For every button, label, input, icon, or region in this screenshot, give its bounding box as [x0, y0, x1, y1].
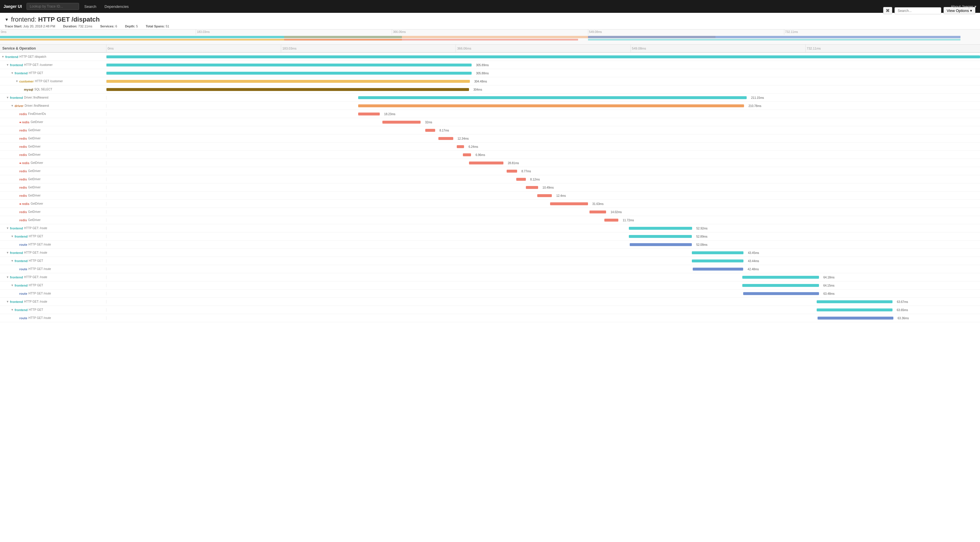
span-label[interactable]: ● redisGetDriver	[0, 121, 107, 124]
span-service-name: frontend	[10, 96, 23, 99]
span-label[interactable]: redisGetDriver	[0, 186, 107, 189]
span-row[interactable]: routeHTTP GET /route63.36ms	[0, 314, 980, 322]
span-label[interactable]: redisGetDriver	[0, 129, 107, 132]
span-service-name: route	[19, 292, 27, 296]
span-row[interactable]: ▼frontendDriver::findNearest211.15ms	[0, 94, 980, 102]
span-label[interactable]: ▼driverDriver::findNearest	[0, 104, 107, 108]
span-label[interactable]: redisGetDriver	[0, 169, 107, 173]
span-label[interactable]: redisGetDriver	[0, 210, 107, 214]
span-row[interactable]: ▼customerHTTP GET /customer304.48ms	[0, 77, 980, 86]
span-label[interactable]: routeHTTP GET /route	[0, 316, 107, 320]
span-toggle[interactable]: ▼	[6, 63, 10, 67]
span-row[interactable]: redisGetDriver8.17ms	[0, 126, 980, 134]
span-row[interactable]: ▼frontendHTTP GET: /route43.45ms	[0, 249, 980, 257]
span-label[interactable]: ▼frontendHTTP GET: /route	[0, 300, 107, 304]
span-row[interactable]: ▼frontendHTTP GET: /route52.92ms	[0, 224, 980, 232]
span-label[interactable]: redisGetDriver	[0, 153, 107, 157]
span-label[interactable]: ▼frontendDriver::findNearest	[0, 96, 107, 99]
span-toggle[interactable]: ▼	[11, 104, 14, 107]
span-row[interactable]: routeHTTP GET /route42.48ms	[0, 265, 980, 273]
nav-search-link[interactable]: Search	[81, 3, 99, 10]
span-label[interactable]: routeHTTP GET /route	[0, 292, 107, 296]
span-row[interactable]: mysqlSQL SELECT304ms	[0, 86, 980, 94]
span-row[interactable]: redisGetDriver10.49ms	[0, 183, 980, 192]
span-toggle[interactable]: ▼	[11, 235, 14, 238]
trace-lookup-input[interactable]	[27, 3, 79, 10]
span-toggle[interactable]: ▼	[11, 284, 14, 287]
span-duration-label: 6.96ms	[476, 153, 485, 156]
span-label[interactable]: routeHTTP GET /route	[0, 267, 107, 271]
span-toggle[interactable]: ▼	[11, 259, 14, 262]
span-row[interactable]: redisGetDriver6.96ms	[0, 151, 980, 159]
span-row[interactable]: ▼frontendHTTP GET /dispatch	[0, 53, 980, 61]
cmd-button[interactable]: ⌘	[883, 7, 892, 14]
span-row[interactable]: ▼frontendHTTP GET52.89ms	[0, 232, 980, 240]
span-row[interactable]: redisGetDriver8.77ms	[0, 167, 980, 175]
span-label[interactable]: ▼frontendHTTP GET	[0, 72, 107, 75]
span-label[interactable]: redisGetDriver	[0, 145, 107, 148]
span-row[interactable]: ▼frontendHTTP GET: /route64.18ms	[0, 273, 980, 281]
span-timeline-cell: 43.45ms	[107, 249, 980, 257]
col-tick-0: 0ms	[107, 45, 281, 52]
span-label[interactable]: ▼frontendHTTP GET: /route	[0, 275, 107, 279]
span-label[interactable]: ▼customerHTTP GET /customer	[0, 79, 107, 83]
span-row[interactable]: ● redisGetDriver32ms	[0, 118, 980, 126]
span-toggle[interactable]: ▼	[1, 55, 5, 58]
span-label[interactable]: redisGetDriver	[0, 218, 107, 222]
span-row[interactable]: redisGetDriver6.24ms	[0, 143, 980, 151]
span-label[interactable]: ▼frontendHTTP GET	[0, 308, 107, 312]
span-bar-container	[469, 162, 503, 164]
span-toggle[interactable]: ▼	[6, 275, 10, 279]
span-row[interactable]: ▼frontendHTTP GET: /customer305.89ms	[0, 61, 980, 69]
span-row[interactable]: ▼driverDriver::findNearest210.78ms	[0, 102, 980, 110]
span-row[interactable]: ▼frontendHTTP GET64.15ms	[0, 281, 980, 289]
span-row[interactable]: redisGetDriver12.4ms	[0, 192, 980, 200]
span-label[interactable]: ▼frontendHTTP GET /dispatch	[0, 55, 107, 59]
span-label[interactable]: redisGetDriver	[0, 178, 107, 181]
span-duration-label: 305.89ms	[476, 63, 489, 67]
span-timeline-cell: 8.12ms	[107, 175, 980, 183]
span-label[interactable]: redisFindDriverIDs	[0, 112, 107, 116]
span-label[interactable]: ▼frontendHTTP GET	[0, 235, 107, 238]
span-bar	[693, 268, 743, 270]
trace-collapse-button[interactable]: ▼	[5, 17, 9, 22]
span-row[interactable]: routeHTTP GET /route63.48ms	[0, 289, 980, 298]
trace-search-input[interactable]	[894, 7, 941, 14]
span-toggle[interactable]: ▼	[6, 251, 10, 254]
tick-1: 183.03ms	[196, 29, 392, 35]
nav-dependencies-link[interactable]: Dependencies	[102, 3, 132, 10]
span-label[interactable]: redisGetDriver	[0, 194, 107, 197]
span-label[interactable]: ▼frontendHTTP GET: /customer	[0, 63, 107, 67]
span-row[interactable]: redisGetDriver12.34ms	[0, 134, 980, 143]
span-row[interactable]: redisGetDriver8.12ms	[0, 175, 980, 183]
span-label[interactable]: ▼frontendHTTP GET	[0, 259, 107, 263]
span-toggle[interactable]: ▼	[11, 308, 14, 312]
span-label[interactable]: ▼frontendHTTP GET: /route	[0, 227, 107, 230]
span-timeline-cell: 42.48ms	[107, 265, 980, 273]
span-label[interactable]: routeHTTP GET /route	[0, 243, 107, 246]
span-row[interactable]: ● redisGetDriver31.63ms	[0, 200, 980, 208]
span-service-name: redis	[19, 153, 27, 157]
span-toggle[interactable]: ▼	[6, 300, 10, 303]
span-toggle[interactable]: ▼	[11, 72, 14, 75]
span-label[interactable]: mysqlSQL SELECT	[0, 88, 107, 91]
span-row[interactable]: ▼frontendHTTP GET305.88ms	[0, 69, 980, 77]
span-toggle[interactable]: ▼	[6, 227, 10, 230]
span-label[interactable]: ▼frontendHTTP GET: /route	[0, 251, 107, 254]
span-row[interactable]: redisGetDriver14.02ms	[0, 208, 980, 216]
span-label[interactable]: ▼frontendHTTP GET	[0, 284, 107, 287]
nav-about[interactable]: About Jaeger ▾	[951, 4, 977, 9]
span-row[interactable]: ▼frontendHTTP GET63.65ms	[0, 306, 980, 314]
span-row[interactable]: ● redisGetDriver28.81ms	[0, 159, 980, 167]
span-toggle[interactable]: ▼	[6, 96, 10, 99]
span-label[interactable]: ● redisGetDriver	[0, 161, 107, 165]
span-row[interactable]: routeHTTP GET /route52.08ms	[0, 240, 980, 249]
span-row[interactable]: redisFindDriverIDs18.23ms	[0, 110, 980, 118]
span-toggle[interactable]: ▼	[15, 79, 19, 83]
span-row[interactable]: redisGetDriver11.72ms	[0, 216, 980, 224]
span-row[interactable]: ▼frontendHTTP GET: /route63.67ms	[0, 298, 980, 306]
span-label[interactable]: redisGetDriver	[0, 137, 107, 140]
span-label[interactable]: ● redisGetDriver	[0, 202, 107, 205]
span-service-name: redis	[22, 202, 29, 205]
span-row[interactable]: ▼frontendHTTP GET43.44ms	[0, 257, 980, 265]
